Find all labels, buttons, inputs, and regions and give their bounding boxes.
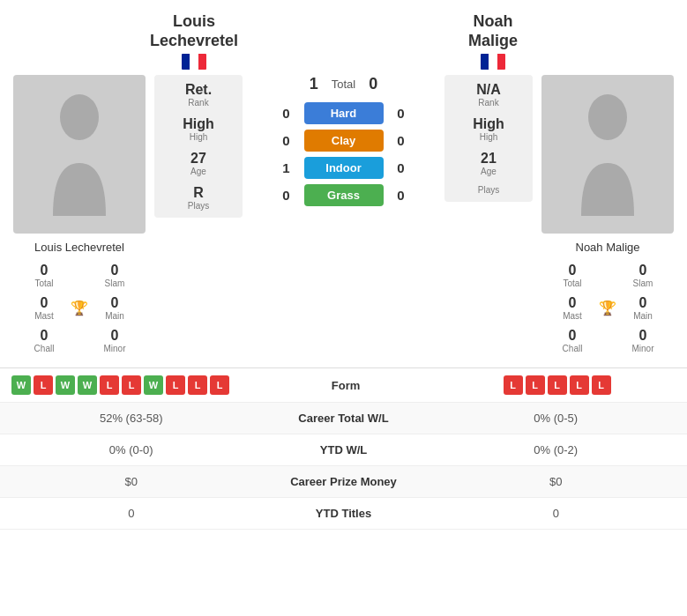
total-p2: 0 (364, 75, 382, 93)
player1-card: Louis Lechevretel 0 Total 0 Slam 0 Mast … (9, 75, 150, 357)
player2-stats-card: N/A Rank High High 21 Age Plays (444, 75, 533, 202)
player2-form-badges: LLLLL (434, 375, 680, 395)
form-badge-p1: L (210, 375, 229, 395)
player1-mast: 0 Mast (9, 292, 79, 324)
grass-p1: 0 (278, 188, 295, 203)
indoor-p1: 1 (278, 160, 295, 175)
player2-name-header: Noah Malige (449, 12, 537, 50)
stat-p2-val: $0 (432, 475, 681, 488)
stats-row: 0% (0-0) YTD W/L 0% (0-2) (0, 434, 687, 466)
stats-row: 52% (63-58) Career Total W/L 0% (0-5) (0, 403, 687, 434)
player2-chall: 0 Chall (537, 324, 608, 357)
stat-label: Career Prize Money (256, 475, 432, 488)
indoor-badge: Indoor (304, 157, 384, 179)
player2-total: 0 Total (537, 259, 608, 292)
player1-avatar (13, 75, 146, 234)
indoor-p2: 0 (392, 160, 410, 175)
stats-row: $0 Career Prize Money $0 (0, 466, 687, 498)
form-badge-p2: L (504, 375, 523, 395)
grass-badge: Grass (304, 184, 384, 206)
clay-badge: Clay (304, 130, 384, 152)
stat-p1-val: 0% (0-0) (7, 443, 256, 456)
clay-row: 0 Clay 0 (251, 130, 436, 152)
hard-p2: 0 (392, 106, 410, 121)
player1-chall: 0 Chall (9, 324, 79, 357)
stat-p1-val: $0 (7, 475, 256, 488)
total-p1: 1 (305, 75, 323, 93)
player2-age: 21 Age (481, 151, 497, 176)
form-badge-p1: L (188, 375, 207, 395)
player1-total: 0 Total (9, 259, 79, 292)
total-label: Total (332, 78, 355, 91)
hard-row: 0 Hard 0 (251, 102, 436, 124)
player1-main: 0 Main (79, 292, 150, 324)
player2-slam: 0 Slam (608, 259, 678, 292)
player1-high: High High (183, 116, 214, 142)
player1-stats-card: Ret. Rank High High 27 Age R Plays (154, 75, 243, 218)
court-section: 1 Total 0 0 Hard 0 0 Clay 0 1 Indoor 0 0… (247, 75, 440, 206)
player1-form-badges: WLWWLLWLLL (7, 375, 258, 395)
player2-name: Noah Malige (576, 241, 640, 254)
hard-badge: Hard (304, 102, 384, 124)
stat-p2-val: 0 (432, 507, 681, 520)
form-badge-p2: L (570, 375, 589, 395)
stat-p1-val: 0 (7, 507, 256, 520)
stat-p2-val: 0% (0-2) (432, 443, 681, 456)
stat-p2-val: 0% (0-5) (432, 412, 681, 425)
form-badge-p1: W (144, 375, 163, 395)
form-badge-p1: L (34, 375, 53, 395)
player1-slam: 0 Slam (79, 259, 150, 292)
player1-flag (182, 54, 206, 70)
player2-avatar (541, 75, 674, 234)
player2-plays: Plays (478, 185, 499, 195)
form-badge-p1: W (56, 375, 75, 395)
grass-p2: 0 (392, 188, 410, 203)
stat-label: YTD Titles (256, 507, 432, 520)
player2-card: Noah Malige 0 Total 0 Slam 0 Mast 🏆 0 Ma… (537, 75, 678, 357)
form-badge-p1: W (11, 375, 31, 395)
form-badge-p1: L (100, 375, 119, 395)
form-badge-p2: L (592, 375, 611, 395)
hard-p1: 0 (278, 106, 295, 121)
stat-label: YTD W/L (256, 443, 432, 456)
svg-point-0 (60, 94, 99, 140)
player1-age: 27 Age (190, 151, 206, 176)
form-badge-p2: L (526, 375, 545, 395)
indoor-row: 1 Indoor 0 (251, 157, 436, 179)
form-badge-p1: L (122, 375, 141, 395)
svg-point-1 (588, 94, 627, 140)
player2-main: 0 Main (608, 292, 678, 324)
stat-label: Career Total W/L (256, 412, 432, 425)
player1-name-header: Louis Lechevretel (150, 12, 238, 50)
form-row: WLWWLLWLLL Form LLLLL (0, 368, 687, 403)
player2-flag (481, 54, 505, 70)
total-row: 1 Total 0 (251, 75, 436, 93)
bottom-stats: WLWWLLWLLL Form LLLLL 52% (63-58) Career… (0, 367, 687, 530)
form-label: Form (258, 379, 434, 392)
player2-mast: 0 Mast (537, 292, 608, 324)
form-badge-p2: L (548, 375, 567, 395)
player2-high: High High (473, 116, 504, 142)
form-badge-p1: W (78, 375, 97, 395)
form-badge-p1: L (166, 375, 185, 395)
player1-minor: 0 Minor (79, 324, 150, 357)
player1-rank: Ret. Rank (185, 82, 212, 108)
player1-name: Louis Lechevretel (34, 241, 124, 254)
player1-plays: R Plays (188, 185, 209, 211)
grass-row: 0 Grass 0 (251, 184, 436, 206)
stats-row: 0 YTD Titles 0 (0, 498, 687, 530)
player2-minor: 0 Minor (608, 324, 678, 357)
stat-p1-val: 52% (63-58) (7, 412, 256, 425)
clay-p2: 0 (392, 133, 410, 148)
player2-rank: N/A Rank (476, 82, 501, 108)
clay-p1: 0 (278, 133, 295, 148)
